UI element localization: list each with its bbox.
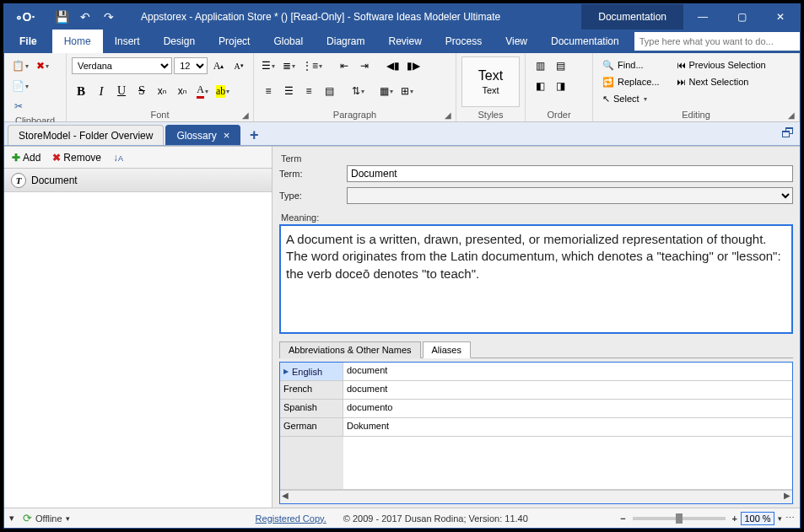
italic-button[interactable]: I	[92, 82, 111, 100]
term-list[interactable]: T Document	[4, 169, 272, 508]
alias-row[interactable]: Frenchdocument	[280, 381, 792, 400]
remove-term-button[interactable]: ✖Remove	[50, 151, 104, 164]
sort-button[interactable]: ↓A	[111, 151, 126, 164]
next-selection-button[interactable]: ⏭Next Selection	[672, 73, 770, 90]
doctab-store-model[interactable]: StoreModel - Folder Overview	[8, 125, 164, 145]
float-window-button[interactable]: 🗗	[781, 126, 795, 141]
justify-button[interactable]: ▤	[320, 82, 338, 100]
registered-link[interactable]: Registered Copy.	[256, 513, 326, 524]
group-label: Styles	[461, 108, 520, 121]
scissors-icon[interactable]: ✂	[9, 97, 28, 116]
align-center-button[interactable]: ☰	[279, 82, 298, 100]
offline-button[interactable]: ⟳ Offline ▾	[23, 512, 70, 524]
tab-process[interactable]: Process	[434, 30, 494, 53]
send-backward-button[interactable]: ▤	[551, 56, 569, 75]
close-icon[interactable]: ×	[224, 129, 230, 142]
tab-design[interactable]: Design	[152, 30, 207, 53]
previous-selection-button[interactable]: ⏮Previous Selection	[672, 56, 770, 73]
bring-forward-button[interactable]: ▥	[531, 56, 549, 75]
zoom-in-button[interactable]: +	[732, 513, 737, 524]
strikethrough-button[interactable]: S	[132, 82, 151, 100]
group-paragraph: ☰ ≣ ⋮≡ ⇤ ⇥ ◀▮ ▮▶ ≡ ☰ ≡ ▤	[254, 53, 456, 121]
select-button[interactable]: ↖Select	[598, 90, 664, 107]
shrink-font-button[interactable]: A▾	[229, 56, 248, 75]
multilevel-button[interactable]: ⋮≡	[299, 56, 325, 75]
tab-insert[interactable]: Insert	[103, 30, 152, 53]
alias-value[interactable]: document	[343, 381, 792, 399]
alias-grid[interactable]: EnglishdocumentFrenchdocumentSpanishdocu…	[279, 362, 793, 504]
new-tab-button[interactable]: +	[246, 126, 262, 143]
paste-button[interactable]: 📋	[9, 56, 31, 75]
save-button[interactable]: 💾	[51, 8, 72, 26]
documentation-pill[interactable]: Documentation	[581, 4, 683, 30]
meaning-textarea[interactable]	[279, 224, 793, 334]
term-input[interactable]	[347, 165, 793, 182]
borders-button[interactable]: ▦	[377, 82, 396, 100]
type-select[interactable]	[347, 187, 793, 204]
search-input[interactable]	[634, 32, 800, 51]
alias-row[interactable]: Englishdocument	[280, 363, 792, 381]
doctab-glossary[interactable]: Glossary×	[165, 125, 240, 145]
grow-font-button[interactable]: A▴	[209, 56, 228, 75]
tab-diagram[interactable]: Diagram	[315, 30, 376, 53]
alias-lang: English	[280, 363, 343, 380]
add-term-button[interactable]: ✚Add	[9, 151, 43, 164]
send-back-button[interactable]: ◨	[551, 77, 569, 95]
tab-file[interactable]: File	[4, 30, 52, 53]
tab-view[interactable]: View	[494, 30, 539, 53]
increase-indent-button[interactable]: ⇥	[355, 56, 374, 75]
decrease-indent-button[interactable]: ⇤	[335, 56, 353, 75]
alias-row[interactable]: GermanDokument	[280, 418, 792, 437]
maximize-button[interactable]: ▢	[722, 4, 761, 30]
subtab-aliases[interactable]: Aliases	[423, 341, 471, 358]
alias-value[interactable]: documento	[343, 400, 792, 417]
highlight-button[interactable]: ab	[213, 82, 232, 100]
bullets-button[interactable]: ☰	[259, 56, 278, 75]
subtab-abbreviations[interactable]: Abbreviations & Other Names	[279, 341, 421, 358]
superscript-button[interactable]: xn	[173, 82, 192, 100]
subscript-button[interactable]: xn	[153, 82, 171, 100]
font-size-combo[interactable]: 12	[174, 57, 208, 74]
alias-value[interactable]: document	[343, 363, 792, 380]
zoom-dropdown[interactable]: ▾	[778, 514, 782, 523]
align-right-button[interactable]: ≡	[299, 82, 318, 100]
indent-button[interactable]: ▮▶	[404, 56, 423, 75]
tab-project[interactable]: Project	[207, 30, 262, 53]
paragraph-launcher[interactable]: ◢	[442, 109, 454, 121]
zoom-out-button[interactable]: −	[620, 513, 625, 524]
bold-button[interactable]: B	[72, 82, 90, 100]
tab-global[interactable]: Global	[262, 30, 315, 53]
status-menu-icon[interactable]: ▾	[9, 513, 14, 524]
close-button[interactable]: ✕	[761, 4, 800, 30]
redo-button[interactable]: ↷	[99, 8, 119, 26]
table-button[interactable]: ⊞	[397, 82, 416, 100]
zoom-more[interactable]: ⋯	[785, 513, 795, 524]
line-spacing-button[interactable]: ⇅	[348, 82, 367, 100]
font-color-button[interactable]: A	[193, 82, 212, 100]
term-item-document[interactable]: T Document	[4, 169, 272, 192]
copy-button[interactable]: 📄	[9, 77, 31, 95]
minimize-button[interactable]: —	[683, 4, 722, 30]
replace-button[interactable]: 🔁Replace...	[598, 73, 664, 90]
align-left-button[interactable]: ≡	[259, 82, 278, 100]
zoom-slider[interactable]	[633, 517, 726, 520]
tab-documentation[interactable]: Documentation	[539, 30, 631, 53]
undo-button[interactable]: ↶	[75, 8, 95, 26]
cut-button[interactable]: ✖	[33, 56, 51, 75]
alias-scrollbar[interactable]: ◀▶	[280, 490, 792, 503]
bring-front-button[interactable]: ◧	[531, 77, 549, 95]
alias-row[interactable]: Spanishdocumento	[280, 400, 792, 418]
alias-value[interactable]: Dokument	[343, 418, 792, 436]
font-name-combo[interactable]: Verdana	[72, 57, 172, 74]
underline-button[interactable]: U	[112, 82, 131, 100]
meaning-label: Meaning:	[281, 212, 793, 223]
editing-launcher[interactable]: ◢	[785, 109, 797, 121]
numbering-button[interactable]: ≣	[279, 56, 298, 75]
outdent-button[interactable]: ◀▮	[384, 56, 402, 75]
find-button[interactable]: 🔍Find...	[598, 56, 664, 73]
tab-home[interactable]: Home	[52, 30, 103, 53]
tab-review[interactable]: Review	[376, 30, 433, 53]
text-style-button[interactable]: Text Text	[461, 56, 520, 107]
font-launcher[interactable]: ◢	[240, 109, 251, 121]
zoom-value-input[interactable]	[741, 512, 774, 525]
